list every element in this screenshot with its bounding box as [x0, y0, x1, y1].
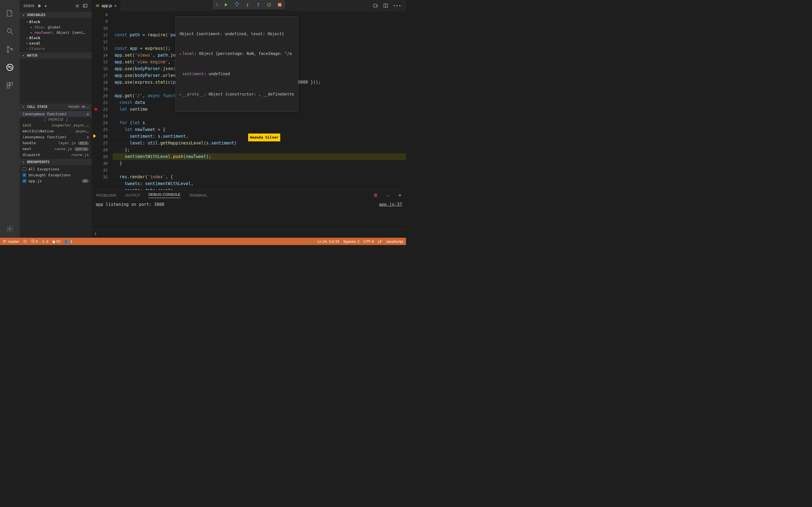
clear-console-icon[interactable] — [373, 193, 378, 198]
language-indicator[interactable]: JavaScript — [386, 239, 403, 244]
close-tab-icon[interactable]: ✕ — [114, 3, 117, 8]
line-number[interactable]: 17 — [92, 72, 108, 79]
debug-hover-popup[interactable]: Object {sentiment: undefined, level: Obj… — [175, 16, 298, 112]
line-number[interactable]: 14 — [92, 52, 108, 59]
line-number[interactable]: 18 — [92, 79, 108, 86]
line-number[interactable]: 15 — [92, 59, 108, 65]
more-actions-icon[interactable]: ••• — [393, 4, 402, 8]
start-debug-button[interactable] — [38, 4, 42, 8]
line-number[interactable]: 23 — [92, 113, 108, 119]
extensions-icon[interactable] — [5, 81, 14, 90]
line-number[interactable]: 9 — [92, 18, 108, 25]
settings-gear-icon[interactable] — [5, 224, 14, 233]
callstack-section-header[interactable]: CALL STACK PAUSED ON … — [20, 104, 92, 110]
repl-input[interactable]: ❯ — [92, 229, 406, 238]
errors-indicator[interactable]: ⓧ 0 — [31, 239, 38, 244]
debug-console-icon[interactable] — [83, 3, 88, 8]
participants-indicator[interactable]: 👥 1 — [64, 239, 72, 244]
gear-icon[interactable] — [75, 3, 80, 8]
step-out-button[interactable] — [255, 2, 261, 8]
code-line[interactable] — [113, 167, 406, 173]
checkbox-icon[interactable]: ✓ — [22, 173, 26, 177]
tab-problems[interactable]: PROBLEMS — [96, 193, 116, 198]
drag-grip-icon[interactable]: ⠿ — [215, 3, 218, 7]
restart-button[interactable] — [266, 2, 272, 8]
breakpoint-row[interactable]: ✓app.js22 — [20, 178, 92, 184]
callstack-row[interactable]: emitInitNativeasync… — [20, 128, 92, 134]
tab-terminal[interactable]: TERMINAL — [189, 193, 207, 198]
scm-icon[interactable] — [5, 45, 14, 54]
variable-this[interactable]: ▸this: global — [20, 24, 92, 30]
callstack-row[interactable]: (anonymous function)a — [20, 134, 92, 140]
code-line[interactable]: ····counts: data.counts — [113, 187, 406, 190]
callstack-row[interactable]: initinspector_async_… — [20, 122, 92, 128]
breakpoint-dot-icon[interactable] — [94, 108, 97, 111]
scope-closure[interactable]: Closure — [20, 46, 92, 51]
hover-row-level[interactable]: ▸level: Object {percentage: NaN, faceIma… — [179, 50, 295, 58]
warnings-indicator[interactable]: ⚠ 0 — [42, 239, 48, 244]
breakpoints-section-header[interactable]: BREAKPOINTS — [20, 159, 92, 165]
hover-row-proto[interactable]: ▸__proto__: Object {constructor: , __def… — [179, 91, 295, 98]
line-number[interactable]: 22 — [92, 106, 108, 113]
line-number[interactable]: 10 — [92, 25, 108, 32]
cursor-position[interactable]: Ln 24, Col 33 — [317, 239, 339, 244]
debug-icon[interactable] — [5, 63, 14, 72]
branch-indicator[interactable]: master — [3, 239, 19, 244]
variable-newtweet[interactable]: ▸newTweet: Object {sent… — [20, 30, 92, 35]
live-share-indicator[interactable]: ◉ PJ — [52, 239, 61, 244]
code-line[interactable] — [113, 113, 406, 119]
callstack-row[interactable]: (anonymous function)a — [20, 111, 92, 117]
line-number[interactable]: 11 — [92, 32, 108, 38]
scope-block[interactable]: Block — [20, 19, 92, 24]
tab-debug-console[interactable]: DEBUG CONSOLE — [149, 192, 181, 198]
line-number[interactable]: 29 — [92, 153, 108, 160]
code-line[interactable]: ····tweets: sentimentWithLevel, — [113, 180, 406, 187]
hover-row-sentiment[interactable]: sentiment: undefined — [179, 70, 295, 78]
variables-section-header[interactable]: VARIABLES — [20, 12, 92, 18]
line-number[interactable]: 28 — [92, 147, 108, 153]
line-number[interactable]: 24 — [92, 119, 108, 126]
callstack-row[interactable]: handlelayer.js 95:5 — [20, 140, 92, 146]
indentation-indicator[interactable]: Spaces: 2 — [343, 239, 359, 244]
code-line[interactable]: ······level: util.getHappinessLevel(s.se… — [113, 140, 406, 147]
line-number[interactable]: 21 — [92, 99, 108, 106]
line-number[interactable]: 31 — [92, 167, 108, 173]
line-number[interactable]: 13 — [92, 45, 108, 52]
code-area[interactable]: Object {sentiment: undefined, level: Obj… — [113, 11, 406, 190]
line-number[interactable]: 27 — [92, 140, 108, 147]
split-editor-icon[interactable] — [383, 3, 388, 8]
debug-config-dropdown-icon[interactable]: ▾ — [45, 4, 47, 8]
tab-output[interactable]: OUTPUT — [125, 193, 140, 198]
eol-indicator[interactable]: LF — [378, 239, 382, 244]
line-gutter[interactable]: 8910111213141516171819202122232425262728… — [92, 11, 113, 190]
breakpoint-row[interactable]: ✓Uncaught Exceptions — [20, 172, 92, 178]
line-number[interactable]: 16 — [92, 65, 108, 72]
line-number[interactable]: 30 — [92, 160, 108, 167]
watch-section-header[interactable]: WATCH — [20, 52, 92, 59]
code-line[interactable]: ··for (let s — [113, 119, 406, 126]
sync-icon[interactable] — [23, 239, 27, 243]
code-line[interactable]: ····sentimentWithLevel.push(newTweet); — [113, 153, 406, 160]
close-panel-icon[interactable]: ✕ — [398, 193, 402, 198]
line-number[interactable]: 26 — [92, 133, 108, 140]
checkbox-icon[interactable]: ✓ — [22, 179, 26, 183]
scope-local[interactable]: Local — [20, 41, 92, 46]
explorer-icon[interactable] — [5, 9, 14, 18]
tab-appjs[interactable]: JS app.js ✕ — [92, 0, 121, 11]
step-into-button[interactable] — [245, 2, 250, 8]
code-line[interactable]: ····let newTweet = { — [113, 126, 406, 133]
code-line[interactable]: ··res.render('index', { — [113, 173, 406, 180]
breakpoint-row[interactable]: All Exceptions — [20, 166, 92, 172]
callstack-row[interactable]: dispatchroute.js — [20, 152, 92, 158]
editor-body[interactable]: 8910111213141516171819202122232425262728… — [92, 11, 406, 190]
scope-block2[interactable]: Block — [20, 35, 92, 41]
continue-button[interactable] — [223, 2, 229, 8]
line-number[interactable]: 19 — [92, 86, 108, 93]
line-number[interactable]: 12 — [92, 38, 108, 45]
console-source-link[interactable]: app.js:37 — [379, 202, 402, 207]
line-number[interactable]: 32 — [92, 173, 108, 180]
debug-toolbar[interactable]: ⠿ — [213, 0, 285, 10]
step-over-button[interactable] — [234, 2, 240, 8]
line-number[interactable]: 25 — [92, 126, 108, 133]
callstack-row[interactable]: nextroute.js 137:13 — [20, 146, 92, 152]
